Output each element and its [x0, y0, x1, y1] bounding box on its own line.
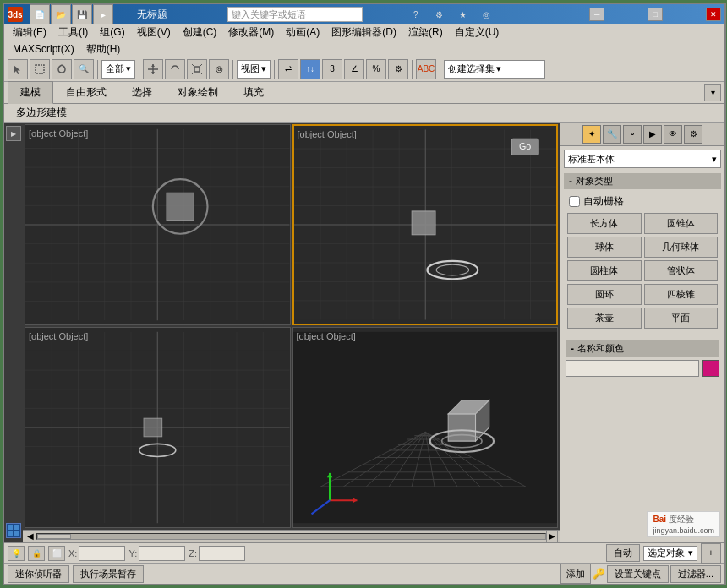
name-color-header[interactable]: - 名称和颜色 [566, 340, 719, 357]
category-dropdown[interactable]: 标准基本体 ▾ [564, 150, 721, 168]
btn-sphere[interactable]: 球体 [567, 237, 642, 258]
extra-btn[interactable]: ▸ [93, 4, 113, 24]
snap-btn[interactable]: 3 [322, 59, 342, 79]
color-swatch[interactable] [702, 360, 719, 377]
btn-box[interactable]: 长方体 [567, 213, 642, 234]
open-btn[interactable]: 📂 [51, 4, 71, 24]
save-btn-tb[interactable]: 💾 [72, 4, 92, 24]
extra-icon3[interactable]: ◎ [477, 4, 497, 24]
timeline-add-btn[interactable]: 添加 [560, 564, 591, 584]
rotate-btn[interactable] [165, 59, 185, 79]
tab-select[interactable]: 选择 [119, 81, 165, 104]
maximize-btn[interactable]: □ [648, 8, 663, 21]
menu-create[interactable]: 创建(C) [178, 24, 222, 41]
btn-geosphere[interactable]: 几何球体 [644, 237, 719, 258]
viewport-top-left[interactable]: [object Object] [25, 124, 291, 325]
btn-torus[interactable]: 圆环 [567, 284, 642, 305]
tab-freeform[interactable]: 自由形式 [53, 81, 119, 104]
rt-utilities-btn[interactable]: ⚙ [684, 125, 702, 144]
viewport-bot-right[interactable]: [object Object] [292, 327, 559, 528]
percent-snap-btn[interactable]: % [366, 59, 386, 79]
rt-display-btn[interactable]: 👁 [664, 125, 682, 144]
select-lasso-btn[interactable] [52, 59, 72, 79]
menu-group[interactable]: 组(G) [95, 24, 129, 41]
viewport-bot-left[interactable]: [object Object] [25, 327, 291, 528]
status-icon2[interactable]: 🔒 [28, 546, 45, 561]
mirror-btn[interactable]: ⇌ [278, 59, 298, 79]
scale-btn[interactable] [187, 59, 207, 79]
coord-y-input[interactable] [139, 546, 185, 561]
menu-render[interactable]: 渲染(R) [403, 24, 448, 41]
extra-icon1[interactable]: ⚙ [429, 4, 450, 24]
rt-modify-btn[interactable]: 🔧 [603, 125, 621, 144]
add-key-btn[interactable]: + [701, 543, 721, 564]
btn-teapot[interactable]: 茶壶 [567, 308, 642, 329]
tab-extra-btn[interactable]: ▾ [704, 84, 721, 101]
spinner-snap-btn[interactable]: ⚙ [388, 59, 408, 79]
menu-animation[interactable]: 动画(A) [281, 24, 325, 41]
viewport-h-scrollbar[interactable]: ◀ ▶ [23, 530, 560, 542]
rt-motion-btn[interactable]: ▶ [643, 125, 662, 144]
auto-grid-checkbox[interactable] [569, 196, 580, 207]
h-scroll-thumb[interactable] [37, 534, 71, 539]
name-color-section: - 名称和颜色 [564, 337, 721, 380]
viewport-layout-btn[interactable] [6, 523, 21, 538]
view-dropdown[interactable]: 视图 ▾ [237, 60, 271, 79]
coord-z-input[interactable] [199, 546, 245, 561]
object-name-input[interactable] [566, 360, 699, 377]
status-icon3[interactable]: ⬜ [48, 546, 65, 561]
extra-icon2[interactable]: ★ [453, 4, 473, 24]
render-setup-btn[interactable]: ABC [416, 59, 436, 79]
auto-btn[interactable]: 自动 [606, 544, 640, 562]
viewport-top-right[interactable]: [object Object] [292, 124, 559, 325]
angle-snap-btn[interactable]: ∠ [344, 59, 364, 79]
tab-fill[interactable]: 填充 [231, 81, 276, 104]
select-by-name-btn[interactable]: 🔍 [74, 59, 94, 79]
menu-edit[interactable]: 编辑(E) [8, 24, 52, 41]
move-btn[interactable] [143, 59, 163, 79]
scroll-left-btn[interactable]: ◀ [25, 531, 36, 542]
menu-customize[interactable]: 自定义(U) [450, 24, 505, 41]
search-bar[interactable]: 键入关键字或短语 [227, 7, 363, 22]
app-title: 无标题 [137, 8, 167, 22]
coord-x-input[interactable] [79, 546, 125, 561]
keyframe-btn[interactable]: 设置关键点 [607, 565, 669, 583]
select-object-dropdown[interactable]: 选定对象 ▾ [643, 546, 697, 561]
menu-tools[interactable]: 工具(I) [53, 24, 93, 41]
object-type-header[interactable]: - 对象类型 [564, 173, 721, 189]
help-icon[interactable]: ? [406, 4, 426, 24]
save-scene-btn[interactable]: 执行场景暂存 [73, 565, 144, 583]
align-btn[interactable]: ↑↓ [300, 59, 320, 79]
menu-help[interactable]: 帮助(H) [81, 41, 126, 58]
btn-plane[interactable]: 平面 [644, 308, 719, 329]
close-btn[interactable]: ✕ [706, 8, 721, 21]
tab-objpaint[interactable]: 对象绘制 [165, 81, 231, 104]
filter-btn[interactable]: 过滤器... [670, 565, 721, 583]
named-selection-dropdown[interactable]: 创建选择集 ▾ [444, 60, 545, 79]
watermark: Bai 度经验 jingyan.baidu.com [647, 511, 720, 537]
menu-graph-editor[interactable]: 图形编辑器(D) [326, 24, 402, 41]
h-scroll-track[interactable] [36, 533, 546, 540]
viewport-grid: [object Object] [23, 122, 560, 530]
svg-marker-3 [151, 64, 155, 67]
rt-hierarchy-btn[interactable]: ⚬ [623, 125, 642, 144]
btn-cylinder[interactable]: 圆柱体 [567, 260, 642, 281]
minimize-btn[interactable]: ─ [589, 8, 604, 21]
menu-modifier[interactable]: 修改器(M) [223, 24, 279, 41]
new-btn[interactable]: 📄 [30, 4, 50, 24]
svg-rect-13 [8, 531, 13, 536]
rt-create-btn[interactable]: ✦ [582, 125, 601, 144]
menu-view[interactable]: 视图(V) [132, 24, 176, 41]
btn-tube[interactable]: 管状体 [644, 260, 719, 281]
btn-pyramid[interactable]: 四棱锥 [644, 284, 719, 305]
select-center-btn[interactable]: ◎ [209, 59, 229, 79]
tab-model[interactable]: 建模 [8, 81, 53, 104]
select-region-btn[interactable] [30, 59, 50, 79]
all-dropdown[interactable]: 全部 ▾ [101, 60, 135, 79]
select-tool-btn[interactable] [8, 59, 28, 79]
play-btn[interactable]: ▶ [6, 126, 21, 141]
status-icon1[interactable]: 💡 [8, 546, 25, 561]
scroll-right-btn[interactable]: ▶ [546, 531, 558, 542]
menu-maxscript[interactable]: MAXScript(X) [8, 41, 79, 57]
btn-cone[interactable]: 圆锥体 [644, 213, 719, 234]
